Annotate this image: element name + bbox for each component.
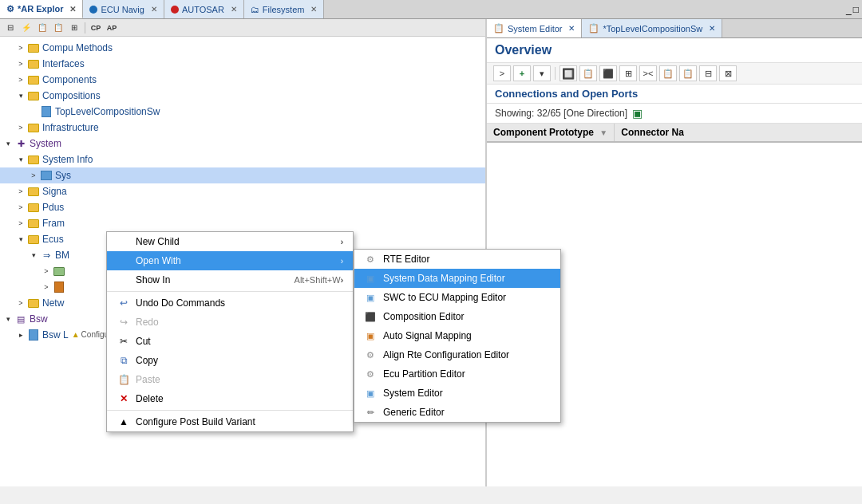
rt-dropdown-btn[interactable]: ▾ — [533, 65, 551, 81]
rt-btn9[interactable]: ⊠ — [719, 65, 737, 81]
ctx-paste-label: Paste — [136, 374, 343, 385]
sub-sys-ed-label: System Editor — [383, 388, 443, 399]
rt-btn4[interactable]: ⊞ — [619, 65, 637, 81]
align-gear-icon: ⚙ — [362, 348, 378, 361]
tab-ecu-navig-label: ECU Navig — [101, 5, 144, 14]
sub-ecu-partition[interactable]: ⚙ Ecu Partition Editor — [354, 364, 560, 384]
sub-generic-editor[interactable]: ✏ Generic Editor — [354, 403, 560, 422]
ctx-show-in[interactable]: Show In Alt+Shift+W › — [107, 270, 353, 289]
tree-item-system-info[interactable]: ▾ System Info — [0, 152, 485, 167]
tab-toplevel-comp[interactable]: 📋 *TopLevelCompositionSw ✕ — [582, 19, 722, 37]
rt-forward-btn[interactable]: > — [493, 65, 511, 81]
sort-icon-component[interactable]: ▼ — [599, 128, 607, 137]
toolbar-cp-btn[interactable]: CP — [89, 21, 103, 35]
sub-system-data-mapping[interactable]: ▣ System Data Mapping Editor — [354, 269, 560, 288]
th-connector-name: Connector Na — [615, 124, 862, 141]
tree-label-components: Components — [42, 73, 97, 87]
tree-item-infrastructure[interactable]: > Infrastructure — [0, 120, 485, 136]
right-toolbar: > + ▾ 🔲 📋 ⬛ ⊞ >< 📋 📋 ⊟ ⊠ — [487, 63, 862, 85]
autosar-icon — [171, 6, 179, 14]
tree-item-components[interactable]: > Components — [0, 72, 485, 88]
folder-icon-ecus — [27, 234, 40, 245]
ctx-copy[interactable]: ⧉ Copy — [107, 351, 353, 370]
tree-item-compu-methods[interactable]: > Compu Methods — [0, 40, 485, 56]
tree-arrow-infra: > — [16, 120, 26, 135]
tree-item-toplevel[interactable]: TopLevelCompositionSw — [0, 104, 485, 120]
ctx-open-with[interactable]: Open With › — [107, 251, 353, 270]
tree-arrow-compositions: ▾ — [16, 89, 26, 103]
ctx-cut[interactable]: ✂ Cut — [107, 332, 353, 351]
sub-auto-signal[interactable]: ▣ Auto Signal Mapping — [354, 326, 560, 345]
tab-filesystem[interactable]: 🗂 Filesystem ✕ — [244, 0, 325, 18]
sub-composition[interactable]: ⬛ Composition Editor — [354, 307, 560, 326]
tree-arrow-bm2: > — [42, 280, 51, 294]
toolbar-clipboard1-btn[interactable]: 📋 — [35, 21, 49, 35]
rt-btn7[interactable]: 📋 — [679, 65, 697, 81]
ctx-redo: ↪ Redo — [107, 313, 353, 332]
toolbar-ap-btn[interactable]: AP — [105, 21, 119, 35]
tree-item-signa[interactable]: > Signa — [0, 183, 485, 199]
tab-ecu-navig[interactable]: ECU Navig ✕ — [83, 0, 164, 18]
tree-item-interfaces[interactable]: > Interfaces — [0, 56, 485, 72]
rt-add-btn[interactable]: + — [513, 65, 531, 81]
document-icon-toplevel — [40, 106, 53, 117]
rt-btn5[interactable]: >< — [639, 65, 657, 81]
tree-label-fram: Fram — [42, 216, 65, 230]
maximize-btn[interactable]: □ — [853, 4, 859, 15]
excel-icon[interactable]: ▣ — [632, 107, 643, 120]
show-in-icon — [117, 274, 131, 286]
document-icon-bm2 — [53, 282, 65, 293]
toolbar-grid-btn[interactable]: ⊞ — [67, 21, 81, 35]
main-tab-bar: ⚙ *AR Explor ✕ ECU Navig ✕ AUTOSAR ✕ 🗂 F… — [0, 0, 862, 19]
ctx-new-child[interactable]: New Child › — [107, 232, 353, 251]
ctx-copy-label: Copy — [136, 355, 343, 366]
ctx-undo[interactable]: ↩ Undo Do Commands — [107, 293, 353, 313]
system-editor-tab-close[interactable]: ✕ — [568, 24, 575, 33]
ctx-delete[interactable]: ✕ Delete — [107, 389, 353, 408]
tab-ar-explor[interactable]: ⚙ *AR Explor ✕ — [0, 0, 83, 18]
rt-btn1[interactable]: 🔲 — [560, 65, 577, 81]
ctx-cut-label: Cut — [136, 336, 343, 347]
tab-system-editor[interactable]: 📋 System Editor ✕ — [487, 19, 582, 37]
toolbar-lightning-btn[interactable]: ⚡ — [19, 21, 34, 35]
sub-system-editor[interactable]: ▣ System Editor — [354, 384, 560, 403]
minimize-btn[interactable]: _ — [846, 4, 852, 15]
ctx-undo-label: Undo Do Commands — [136, 297, 343, 309]
ecu-partition-icon: ⚙ — [362, 368, 378, 380]
rt-btn3[interactable]: ⬛ — [599, 65, 617, 81]
tree-label-netw: Netw — [42, 296, 64, 310]
sub-swc-ecu[interactable]: ▣ SWC to ECU Mapping Editor — [354, 288, 560, 307]
sub-generic-label: Generic Editor — [383, 407, 445, 418]
toplevel-tab-close[interactable]: ✕ — [709, 24, 715, 33]
tab-ecu-navig-close[interactable]: ✕ — [151, 5, 157, 14]
rt-btn6[interactable]: 📋 — [659, 65, 677, 81]
configure-icon2: ▲ — [117, 415, 131, 428]
tree-arrow-bm1: > — [42, 264, 51, 278]
tree-arrow-ecus: ▾ — [16, 232, 26, 246]
rt-btn2[interactable]: 📋 — [579, 65, 597, 81]
sys-ed-icon: ▣ — [362, 387, 378, 400]
ctx-configure[interactable]: ▲ Configure Post Build Variant — [107, 412, 353, 431]
ctx-configure-label: Configure Post Build Variant — [136, 416, 343, 427]
ctx-open-with-label: Open With — [136, 255, 341, 266]
folder-icon-pdus — [27, 202, 40, 213]
tab-filesystem-close[interactable]: ✕ — [310, 5, 317, 14]
ctx-delete-label: Delete — [136, 393, 343, 404]
tree-item-fram[interactable]: > Fram — [0, 215, 485, 231]
toolbar-collapse-btn[interactable]: ⊟ — [3, 21, 18, 35]
tree-item-compositions[interactable]: ▾ Compositions — [0, 88, 485, 104]
rt-btn8[interactable]: ⊟ — [699, 65, 717, 81]
tab-ar-explor-close[interactable]: ✕ — [69, 5, 76, 14]
sub-rte-editor[interactable]: ⚙ RTE Editor — [354, 250, 560, 269]
tree-label-infra: Infrastructure — [42, 120, 99, 135]
tree-item-pdus[interactable]: > Pdus — [0, 199, 485, 215]
tree-item-system[interactable]: ▾ ✚ System — [0, 136, 485, 152]
tab-autosar-close[interactable]: ✕ — [231, 5, 237, 14]
sub-align-rte[interactable]: ⚙ Align Rte Configuration Editor — [354, 345, 560, 364]
tree-item-sys[interactable]: > Sys — [0, 167, 485, 183]
toolbar-clipboard2-btn[interactable]: 📋 — [51, 21, 65, 35]
tree-label-bm: BM — [55, 248, 69, 262]
sub-align-label: Align Rte Configuration Editor — [383, 349, 509, 360]
tab-autosar[interactable]: AUTOSAR ✕ — [164, 0, 244, 18]
ctx-show-in-shortcut: Alt+Shift+W — [295, 275, 341, 285]
